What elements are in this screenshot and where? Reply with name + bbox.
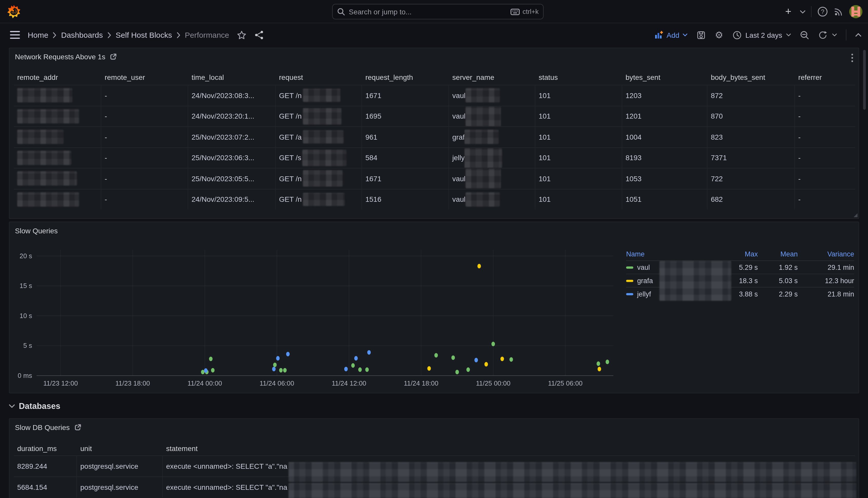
x-axis-tick-label: 11/24 18:00 — [404, 380, 438, 387]
panel-title-text: Slow DB Queries — [15, 423, 70, 432]
new-button[interactable]: + — [782, 4, 795, 19]
save-dashboard-icon[interactable] — [697, 27, 706, 43]
table-row: -25/Nov/2023:05:5...GET /n1671vaul101105… — [14, 168, 855, 189]
column-header-remote_addr[interactable]: remote_addr — [14, 69, 101, 85]
grafana-logo[interactable] — [7, 4, 21, 19]
time-chevron-down-icon — [786, 33, 791, 37]
column-header-duration_ms[interactable]: duration_ms — [14, 441, 77, 455]
column-header-remote_user[interactable]: remote_user — [101, 69, 188, 85]
redacted-text — [465, 169, 501, 189]
column-header-request[interactable]: request — [276, 69, 362, 85]
time-range-picker[interactable]: Last 2 days — [732, 30, 791, 40]
scatter-point — [367, 350, 371, 355]
favorite-star-icon[interactable] — [237, 30, 246, 40]
zoom-out-icon[interactable] — [800, 27, 810, 43]
panel-slow-db-title[interactable]: Slow DB Queries — [15, 423, 81, 432]
legend-header-name[interactable]: Name — [626, 250, 719, 258]
row-toggle-databases[interactable]: Databases — [9, 401, 60, 411]
scatter-point — [273, 363, 277, 367]
legend-header-variance[interactable]: Variance — [798, 250, 854, 258]
column-header-time_local[interactable]: time_local — [188, 69, 276, 85]
cell-status: 101 — [535, 106, 622, 126]
panel-slow-db-queries: Slow DB Queries duration_msunitstatement… — [9, 418, 859, 498]
x-axis-tick-label: 11/25 00:00 — [476, 380, 511, 387]
x-axis-tick-label: 11/24 06:00 — [260, 380, 294, 387]
cell-bytes-sent: 1004 — [622, 127, 707, 147]
column-header-bytes_sent[interactable]: bytes_sent — [622, 69, 707, 85]
share-icon[interactable] — [254, 30, 264, 40]
request-text: GET /n — [279, 112, 302, 120]
server-name-text: graf — [452, 133, 464, 141]
breadcrumb-folder[interactable]: Self Host Blocks — [116, 30, 172, 40]
page-scrollbar-thumb[interactable] — [863, 50, 866, 109]
column-header-unit[interactable]: unit — [77, 441, 163, 455]
cell-bytes-sent: 1203 — [622, 85, 707, 105]
cell-request-length: 961 — [362, 127, 449, 147]
scatter-point — [201, 370, 205, 374]
table-header-row: remote_addrremote_usertime_localrequestr… — [14, 69, 855, 85]
cell-status: 101 — [535, 85, 622, 105]
panel-menu-kebab-icon[interactable] — [850, 53, 854, 63]
redacted-text — [17, 192, 79, 206]
add-panel-button[interactable]: Add — [654, 30, 688, 40]
panel-resize-handle[interactable] — [854, 213, 857, 217]
cell-remote-addr — [14, 168, 101, 189]
external-link-icon[interactable] — [110, 53, 117, 60]
cell-bytes-sent: 1201 — [622, 106, 707, 126]
column-header-status[interactable]: status — [535, 69, 622, 85]
scatter-point — [597, 362, 600, 366]
cell-time-local: 25/Nov/2023:07:2... — [188, 127, 276, 147]
cell-request: GET /n — [276, 106, 362, 126]
cell-body-bytes-sent: 722 — [707, 168, 795, 189]
column-header-referrer[interactable]: referrer — [795, 69, 855, 85]
cell-remote-user: - — [101, 85, 188, 105]
breadcrumb-home[interactable]: Home — [28, 30, 49, 40]
x-axis-tick-label: 11/23 12:00 — [43, 380, 78, 387]
panel-network-title[interactable]: Network Requests Above 1s — [15, 53, 117, 61]
column-header-server_name[interactable]: server_name — [449, 69, 535, 85]
request-text: GET /s — [279, 154, 301, 162]
mega-menu-icon[interactable] — [10, 31, 20, 39]
external-link-icon[interactable] — [74, 424, 81, 431]
redacted-text — [465, 192, 500, 206]
cell-bytes-sent: 1053 — [622, 168, 707, 189]
cell-bytes-sent: 1051 — [622, 189, 707, 209]
legend-mean-value: 5.03 s — [758, 277, 798, 285]
legend-header-mean[interactable]: Mean — [758, 250, 798, 258]
cell-request-length: 1695 — [362, 106, 449, 126]
news-rss-icon[interactable] — [833, 4, 844, 19]
cell-remote-addr — [14, 106, 101, 126]
redacted-text — [17, 109, 79, 123]
legend-header-max[interactable]: Max — [719, 250, 758, 258]
request-text: GET /n — [279, 174, 302, 183]
svg-text:?: ? — [821, 9, 824, 15]
cell-body-bytes-sent: 7371 — [707, 148, 795, 168]
refresh-interval-chevron-icon[interactable] — [832, 33, 837, 37]
help-icon[interactable]: ? — [817, 4, 828, 19]
scatter-point — [209, 356, 213, 361]
refresh-icon[interactable] — [818, 27, 828, 43]
cell-status: 101 — [535, 168, 622, 189]
cell-time-local: 25/Nov/2023:05:5... — [188, 168, 276, 189]
column-header-statement[interactable]: statement — [163, 441, 855, 455]
collapse-toolbar-chevron-icon[interactable] — [855, 27, 861, 43]
cell-unit: postgresql.service — [77, 477, 163, 497]
cell-duration-ms: 8289.244 — [14, 456, 77, 476]
search-input[interactable]: Search or jump to... ctrl+k — [332, 4, 544, 19]
y-axis-tick-label: 0 ms — [18, 372, 32, 379]
cell-request-length: 584 — [362, 148, 449, 168]
user-avatar[interactable] — [849, 5, 863, 18]
breadcrumb-dashboards[interactable]: Dashboards — [61, 30, 103, 40]
column-header-request_length[interactable]: request_length — [362, 69, 449, 85]
panel-slow-queries-title[interactable]: Slow Queries — [15, 227, 58, 235]
cell-remote-addr — [14, 148, 101, 168]
redacted-statement-2 — [288, 483, 856, 498]
cell-request-length: 1671 — [362, 85, 449, 105]
scatter-point — [365, 367, 369, 372]
column-header-body_bytes_sent[interactable]: body_bytes_sent — [707, 69, 795, 85]
clock-icon — [732, 30, 742, 40]
new-chevron-down-icon[interactable] — [800, 4, 806, 19]
dashboard-settings-gear-icon[interactable]: ⚙ — [715, 27, 723, 43]
toolbar-actions: Add ⚙ Last 2 days — [654, 27, 861, 43]
cell-bytes-sent: 8193 — [622, 148, 707, 168]
